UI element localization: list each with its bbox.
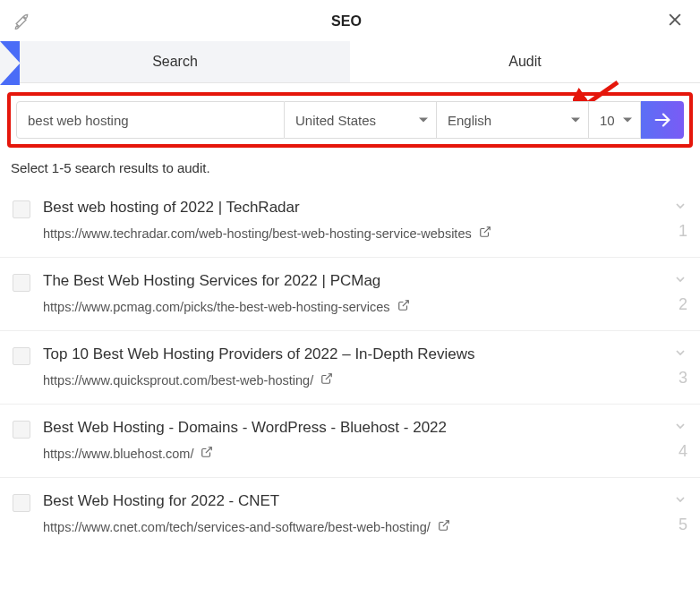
country-select[interactable]: United States <box>285 101 437 139</box>
close-icon[interactable] <box>662 7 687 36</box>
result-meta: 2 <box>673 272 687 314</box>
result-rank: 2 <box>679 295 687 314</box>
filter-bar-highlight: United States English 10 <box>7 92 693 148</box>
result-url[interactable]: https://www.pcmag.com/picks/the-best-web… <box>43 299 661 314</box>
external-link-icon <box>320 372 333 388</box>
tab-audit[interactable]: Audit <box>350 41 700 82</box>
svg-line-8 <box>443 521 448 526</box>
count-select[interactable]: 10 <box>589 101 641 139</box>
result-rank: 4 <box>679 442 687 461</box>
result-url-text: https://www.pcmag.com/picks/the-best-web… <box>43 300 390 314</box>
chevron-down-icon[interactable] <box>673 492 687 507</box>
result-rank: 1 <box>679 222 687 241</box>
result-title: Best Web Hosting for 2022 - CNET <box>43 492 661 510</box>
result-row: Best web hosting of 2022 | TechRadar htt… <box>0 184 700 258</box>
result-meta: 1 <box>673 199 687 241</box>
result-body: Best Web Hosting - Domains - WordPress -… <box>43 419 661 461</box>
chevron-down-icon[interactable] <box>673 345 687 360</box>
instruction-text: Select 1-5 search results to audit. <box>0 148 700 184</box>
result-url-text: https://www.quicksprout.com/best-web-hos… <box>43 373 313 388</box>
result-checkbox[interactable] <box>13 200 30 218</box>
result-meta: 3 <box>673 345 687 388</box>
chevron-down-icon[interactable] <box>673 272 687 286</box>
result-row: Best Web Hosting for 2022 - CNET https:/… <box>0 478 700 550</box>
result-meta: 5 <box>673 492 687 534</box>
result-rank: 5 <box>679 516 687 534</box>
tab-search[interactable]: Search <box>0 41 350 82</box>
result-rank: 3 <box>679 369 687 388</box>
filter-bar: United States English 10 <box>16 101 684 139</box>
result-checkbox[interactable] <box>13 347 30 365</box>
tabs: Search Audit <box>0 41 700 83</box>
result-title: Best web hosting of 2022 | TechRadar <box>43 199 661 217</box>
result-url[interactable]: https://www.cnet.com/tech/services-and-s… <box>43 519 661 534</box>
result-url-text: https://www.techradar.com/web-hosting/be… <box>43 226 472 241</box>
svg-line-4 <box>484 227 490 233</box>
svg-line-5 <box>402 301 407 306</box>
results-list: Best web hosting of 2022 | TechRadar htt… <box>0 184 700 550</box>
result-url-text: https://www.bluehost.com/ <box>43 447 193 461</box>
svg-line-7 <box>206 447 211 453</box>
external-link-icon <box>397 299 410 314</box>
result-title: Best Web Hosting - Domains - WordPress -… <box>43 419 661 437</box>
result-row: Best Web Hosting - Domains - WordPress -… <box>0 405 700 478</box>
result-row: Top 10 Best Web Hosting Providers of 202… <box>0 331 700 405</box>
result-url[interactable]: https://www.techradar.com/web-hosting/be… <box>43 226 661 241</box>
result-checkbox[interactable] <box>13 274 30 292</box>
result-url[interactable]: https://www.quicksprout.com/best-web-hos… <box>43 372 661 388</box>
result-body: Best web hosting of 2022 | TechRadar htt… <box>43 199 661 241</box>
chevron-down-icon[interactable] <box>673 199 687 213</box>
language-select[interactable]: English <box>437 101 589 139</box>
rocket-icon <box>13 13 30 30</box>
result-body: Best Web Hosting for 2022 - CNET https:/… <box>43 492 661 534</box>
external-link-icon <box>479 226 491 241</box>
result-row: The Best Web Hosting Services for 2022 |… <box>0 258 700 331</box>
search-input[interactable] <box>16 101 285 139</box>
external-link-icon <box>438 519 450 534</box>
result-meta: 4 <box>673 419 687 461</box>
result-title: Top 10 Best Web Hosting Providers of 202… <box>43 345 661 363</box>
result-body: Top 10 Best Web Hosting Providers of 202… <box>43 345 661 388</box>
result-body: The Best Web Hosting Services for 2022 |… <box>43 272 661 314</box>
chevron-down-icon[interactable] <box>673 419 687 433</box>
external-link-icon <box>201 446 213 461</box>
result-title: The Best Web Hosting Services for 2022 |… <box>43 272 661 290</box>
svg-line-6 <box>326 374 331 379</box>
result-checkbox[interactable] <box>13 494 30 512</box>
result-checkbox[interactable] <box>13 421 30 439</box>
result-url-text: https://www.cnet.com/tech/services-and-s… <box>43 520 431 534</box>
result-url[interactable]: https://www.bluehost.com/ <box>43 446 661 461</box>
header: SEO <box>0 0 700 41</box>
page-title: SEO <box>30 13 662 30</box>
submit-button[interactable] <box>641 101 684 139</box>
